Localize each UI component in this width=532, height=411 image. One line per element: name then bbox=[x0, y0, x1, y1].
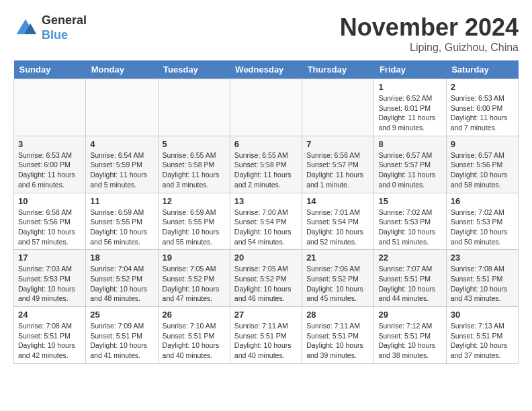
day-info: Sunrise: 6:53 AM Sunset: 6:00 PM Dayligh… bbox=[18, 150, 81, 190]
col-header-wednesday: Wednesday bbox=[230, 60, 302, 79]
day-info: Sunrise: 7:11 AM Sunset: 5:51 PM Dayligh… bbox=[234, 321, 298, 361]
day-number: 18 bbox=[90, 253, 153, 263]
day-number: 30 bbox=[451, 310, 514, 320]
day-number: 28 bbox=[306, 310, 369, 320]
day-number: 14 bbox=[306, 196, 369, 206]
calendar-cell bbox=[14, 79, 86, 136]
calendar-cell: 28Sunrise: 7:11 AM Sunset: 5:51 PM Dayli… bbox=[302, 307, 374, 364]
logo-text: General Blue bbox=[42, 13, 87, 42]
day-number: 1 bbox=[378, 82, 441, 92]
calendar-cell: 10Sunrise: 6:58 AM Sunset: 5:56 PM Dayli… bbox=[14, 193, 86, 250]
calendar-cell: 6Sunrise: 6:55 AM Sunset: 5:58 PM Daylig… bbox=[230, 136, 302, 193]
day-number: 11 bbox=[90, 196, 153, 206]
col-header-monday: Monday bbox=[86, 60, 158, 79]
calendar-cell: 18Sunrise: 7:04 AM Sunset: 5:52 PM Dayli… bbox=[86, 250, 158, 307]
day-info: Sunrise: 7:01 AM Sunset: 5:54 PM Dayligh… bbox=[306, 208, 369, 247]
day-info: Sunrise: 6:59 AM Sunset: 5:55 PM Dayligh… bbox=[163, 208, 226, 247]
day-number: 21 bbox=[306, 253, 369, 263]
calendar-cell: 5Sunrise: 6:55 AM Sunset: 5:58 PM Daylig… bbox=[158, 136, 230, 193]
calendar-cell: 1Sunrise: 6:52 AM Sunset: 6:01 PM Daylig… bbox=[374, 79, 446, 136]
day-number: 16 bbox=[451, 196, 514, 206]
day-info: Sunrise: 7:05 AM Sunset: 5:52 PM Dayligh… bbox=[163, 264, 226, 304]
col-header-thursday: Thursday bbox=[302, 60, 374, 79]
calendar-cell: 19Sunrise: 7:05 AM Sunset: 5:52 PM Dayli… bbox=[158, 250, 230, 307]
calendar-cell: 27Sunrise: 7:11 AM Sunset: 5:51 PM Dayli… bbox=[230, 307, 302, 364]
day-info: Sunrise: 6:59 AM Sunset: 5:55 PM Dayligh… bbox=[90, 208, 153, 247]
day-number: 26 bbox=[163, 310, 226, 320]
calendar-cell: 14Sunrise: 7:01 AM Sunset: 5:54 PM Dayli… bbox=[302, 193, 374, 250]
calendar-cell bbox=[158, 79, 230, 136]
day-number: 8 bbox=[378, 139, 441, 149]
day-info: Sunrise: 7:07 AM Sunset: 5:51 PM Dayligh… bbox=[378, 264, 441, 304]
calendar-cell: 13Sunrise: 7:00 AM Sunset: 5:54 PM Dayli… bbox=[230, 193, 302, 250]
calendar-cell: 15Sunrise: 7:02 AM Sunset: 5:53 PM Dayli… bbox=[374, 193, 446, 250]
day-number: 10 bbox=[18, 196, 81, 206]
calendar-cell: 30Sunrise: 7:13 AM Sunset: 5:51 PM Dayli… bbox=[446, 307, 518, 364]
day-number: 19 bbox=[163, 253, 226, 263]
day-number: 7 bbox=[306, 139, 369, 149]
calendar-header-row: SundayMondayTuesdayWednesdayThursdayFrid… bbox=[14, 60, 519, 79]
calendar-cell: 22Sunrise: 7:07 AM Sunset: 5:51 PM Dayli… bbox=[374, 250, 446, 307]
day-info: Sunrise: 7:08 AM Sunset: 5:51 PM Dayligh… bbox=[451, 264, 514, 304]
week-row-5: 24Sunrise: 7:08 AM Sunset: 5:51 PM Dayli… bbox=[14, 307, 519, 364]
calendar-cell: 4Sunrise: 6:54 AM Sunset: 5:59 PM Daylig… bbox=[86, 136, 158, 193]
calendar-cell: 2Sunrise: 6:53 AM Sunset: 6:00 PM Daylig… bbox=[446, 79, 518, 136]
day-info: Sunrise: 6:52 AM Sunset: 6:01 PM Dayligh… bbox=[378, 93, 441, 133]
day-info: Sunrise: 6:57 AM Sunset: 5:56 PM Dayligh… bbox=[451, 150, 514, 190]
calendar-cell bbox=[302, 79, 374, 136]
week-row-1: 1Sunrise: 6:52 AM Sunset: 6:01 PM Daylig… bbox=[14, 79, 519, 136]
day-info: Sunrise: 6:56 AM Sunset: 5:57 PM Dayligh… bbox=[306, 150, 369, 190]
day-info: Sunrise: 7:09 AM Sunset: 5:51 PM Dayligh… bbox=[90, 321, 153, 361]
col-header-sunday: Sunday bbox=[14, 60, 86, 79]
calendar-cell: 29Sunrise: 7:12 AM Sunset: 5:51 PM Dayli… bbox=[374, 307, 446, 364]
day-number: 12 bbox=[163, 196, 226, 206]
location: Liping, Guizhou, China bbox=[340, 42, 519, 54]
day-info: Sunrise: 7:05 AM Sunset: 5:52 PM Dayligh… bbox=[234, 264, 298, 304]
col-header-saturday: Saturday bbox=[446, 60, 518, 79]
day-number: 27 bbox=[234, 310, 298, 320]
day-number: 9 bbox=[451, 139, 514, 149]
calendar-cell: 24Sunrise: 7:08 AM Sunset: 5:51 PM Dayli… bbox=[14, 307, 86, 364]
day-info: Sunrise: 7:02 AM Sunset: 5:53 PM Dayligh… bbox=[378, 208, 441, 247]
calendar-cell: 23Sunrise: 7:08 AM Sunset: 5:51 PM Dayli… bbox=[446, 250, 518, 307]
calendar-cell: 17Sunrise: 7:03 AM Sunset: 5:53 PM Dayli… bbox=[14, 250, 86, 307]
calendar-cell: 21Sunrise: 7:06 AM Sunset: 5:52 PM Dayli… bbox=[302, 250, 374, 307]
day-number: 29 bbox=[378, 310, 441, 320]
day-info: Sunrise: 7:08 AM Sunset: 5:51 PM Dayligh… bbox=[18, 321, 81, 361]
calendar-cell: 9Sunrise: 6:57 AM Sunset: 5:56 PM Daylig… bbox=[446, 136, 518, 193]
month-title: November 2024 bbox=[340, 13, 519, 42]
calendar-cell bbox=[86, 79, 158, 136]
week-row-3: 10Sunrise: 6:58 AM Sunset: 5:56 PM Dayli… bbox=[14, 193, 519, 250]
day-number: 22 bbox=[378, 253, 441, 263]
calendar-cell bbox=[230, 79, 302, 136]
page-header: General Blue November 2024 Liping, Guizh… bbox=[13, 13, 519, 54]
week-row-2: 3Sunrise: 6:53 AM Sunset: 6:00 PM Daylig… bbox=[14, 136, 519, 193]
calendar-cell: 8Sunrise: 6:57 AM Sunset: 5:57 PM Daylig… bbox=[374, 136, 446, 193]
day-number: 17 bbox=[18, 253, 81, 263]
logo-icon bbox=[13, 16, 38, 40]
day-info: Sunrise: 7:13 AM Sunset: 5:51 PM Dayligh… bbox=[451, 321, 514, 361]
day-number: 5 bbox=[163, 139, 226, 149]
day-info: Sunrise: 6:55 AM Sunset: 5:58 PM Dayligh… bbox=[163, 150, 226, 190]
day-number: 3 bbox=[18, 139, 81, 149]
day-info: Sunrise: 7:12 AM Sunset: 5:51 PM Dayligh… bbox=[378, 321, 441, 361]
calendar-cell: 3Sunrise: 6:53 AM Sunset: 6:00 PM Daylig… bbox=[14, 136, 86, 193]
day-number: 23 bbox=[451, 253, 514, 263]
calendar-cell: 11Sunrise: 6:59 AM Sunset: 5:55 PM Dayli… bbox=[86, 193, 158, 250]
title-block: November 2024 Liping, Guizhou, China bbox=[340, 13, 519, 54]
day-number: 20 bbox=[234, 253, 298, 263]
day-info: Sunrise: 6:55 AM Sunset: 5:58 PM Dayligh… bbox=[234, 150, 298, 190]
logo: General Blue bbox=[13, 13, 87, 42]
calendar-cell: 7Sunrise: 6:56 AM Sunset: 5:57 PM Daylig… bbox=[302, 136, 374, 193]
calendar-cell: 12Sunrise: 6:59 AM Sunset: 5:55 PM Dayli… bbox=[158, 193, 230, 250]
day-info: Sunrise: 6:54 AM Sunset: 5:59 PM Dayligh… bbox=[90, 150, 153, 190]
col-header-tuesday: Tuesday bbox=[158, 60, 230, 79]
day-number: 25 bbox=[90, 310, 153, 320]
col-header-friday: Friday bbox=[374, 60, 446, 79]
day-number: 6 bbox=[234, 139, 298, 149]
day-number: 24 bbox=[18, 310, 81, 320]
day-info: Sunrise: 6:53 AM Sunset: 6:00 PM Dayligh… bbox=[451, 93, 514, 133]
day-info: Sunrise: 7:03 AM Sunset: 5:53 PM Dayligh… bbox=[18, 264, 81, 304]
day-info: Sunrise: 7:06 AM Sunset: 5:52 PM Dayligh… bbox=[306, 264, 369, 304]
calendar-cell: 26Sunrise: 7:10 AM Sunset: 5:51 PM Dayli… bbox=[158, 307, 230, 364]
